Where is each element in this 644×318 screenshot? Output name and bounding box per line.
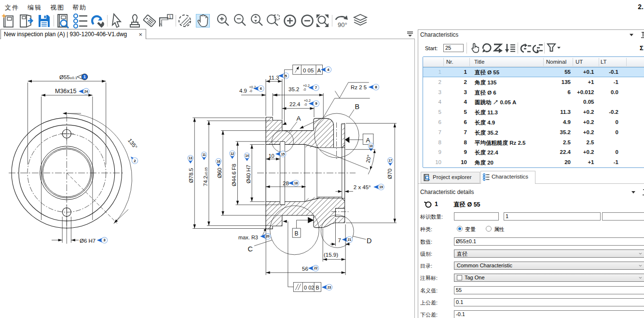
svg-text:74.2±0.05: 74.2±0.05 — [203, 167, 208, 186]
svg-text:Ø6 H7: Ø6 H7 — [80, 238, 96, 244]
svg-text:23: 23 — [328, 286, 331, 289]
svg-text:5: 5 — [285, 74, 287, 78]
svg-text:20: 20 — [266, 235, 270, 238]
svg-text:56: 56 — [302, 266, 308, 272]
svg-text:A: A — [159, 22, 162, 27]
svg-text:1: 1 — [83, 74, 86, 79]
svg-text:Ø40 H7: Ø40 H7 — [246, 165, 251, 183]
svg-text:D: D — [367, 237, 371, 245]
svg-text:24: 24 — [84, 90, 88, 93]
svg-text:-0: -0 — [303, 88, 306, 91]
svg-text:max. R3: max. R3 — [238, 235, 258, 240]
svg-text:13: 13 — [189, 156, 192, 160]
svg-text:21: 21 — [348, 238, 352, 241]
svg-text:+0.2: +0.2 — [304, 99, 311, 102]
svg-text:18: 18 — [294, 181, 298, 185]
svg-text:0 05: 0 05 — [303, 68, 314, 73]
svg-text:1: 1 — [169, 14, 171, 19]
svg-text:4.9: 4.9 — [239, 88, 247, 94]
svg-text:8: 8 — [375, 85, 377, 89]
svg-text:22: 22 — [314, 266, 318, 270]
svg-text:90°: 90° — [338, 21, 347, 28]
svg-text:0 02: 0 02 — [304, 285, 314, 290]
svg-text:28: 28 — [283, 180, 289, 186]
svg-text:C: C — [248, 245, 253, 253]
svg-text:2 x 45°: 2 x 45° — [354, 184, 371, 190]
svg-text:35.2: 35.2 — [288, 86, 299, 92]
svg-text:14: 14 — [245, 154, 249, 157]
svg-text:3: 3 — [103, 238, 106, 242]
svg-text:11: 11 — [202, 153, 206, 156]
svg-text:Rz 2 5: Rz 2 5 — [351, 84, 367, 90]
svg-text:20°: 20° — [365, 154, 372, 164]
svg-text:B: B — [355, 103, 360, 111]
svg-text:15: 15 — [281, 152, 285, 156]
svg-text:A: A — [317, 68, 321, 73]
svg-text:12: 12 — [231, 152, 234, 155]
svg-text:B: B — [316, 285, 319, 290]
svg-text:Ø78.5: Ø78.5 — [188, 168, 194, 183]
svg-text:2: 2 — [134, 159, 136, 163]
svg-text:-0: -0 — [304, 103, 307, 106]
svg-text:10: 10 — [369, 144, 373, 148]
svg-text:6: 6 — [260, 86, 262, 91]
svg-text:4: 4 — [327, 68, 329, 72]
svg-text:A: A — [366, 137, 370, 144]
svg-text:19: 19 — [379, 185, 383, 189]
svg-text:16: 16 — [217, 160, 220, 163]
svg-text:A: A — [297, 115, 301, 122]
svg-text:7: 7 — [315, 85, 317, 90]
svg-text:Ø55±0.1: Ø55±0.1 — [59, 74, 78, 80]
svg-text:135°: 135° — [127, 138, 138, 150]
svg-text:Ø70: Ø70 — [387, 168, 393, 179]
svg-text:17: 17 — [388, 159, 392, 162]
svg-text:Ø44.6 F8: Ø44.6 F8 — [231, 164, 237, 186]
svg-text:-0: -0 — [249, 89, 252, 93]
svg-text:22.4: 22.4 — [289, 101, 301, 107]
svg-text:11.3: 11.3 — [269, 75, 279, 81]
svg-text:B: B — [295, 230, 299, 237]
svg-text:(15.9): (15.9) — [324, 252, 338, 258]
svg-text:Ø60: Ø60 — [217, 168, 222, 178]
svg-text:9: 9 — [315, 101, 317, 106]
svg-text:M36x15: M36x15 — [55, 88, 77, 95]
svg-text:7: 7 — [338, 237, 341, 243]
svg-text:10: 10 — [269, 153, 274, 159]
svg-text:+0.2: +0.2 — [303, 84, 310, 87]
